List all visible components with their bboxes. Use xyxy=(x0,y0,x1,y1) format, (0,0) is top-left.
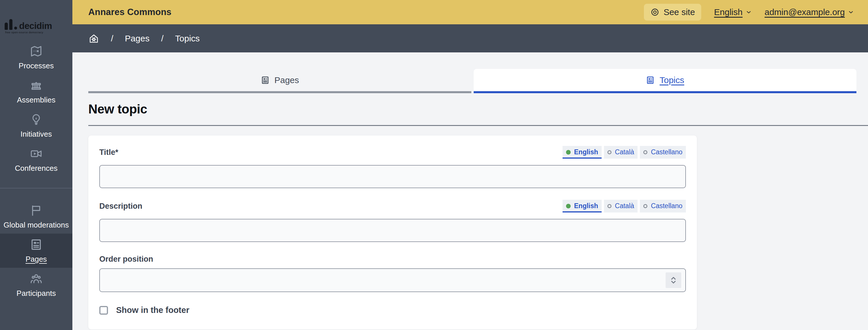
language-option-castellano[interactable]: Castellano xyxy=(640,146,686,159)
language-option-catala[interactable]: Català xyxy=(604,200,638,212)
language-option-label: Castellano xyxy=(651,202,682,210)
tab-pages[interactable]: Pages xyxy=(88,69,471,93)
breadcrumb: / Pages / Topics xyxy=(72,24,868,53)
page-title: New topic xyxy=(88,102,857,117)
lightbulb-bolt-icon xyxy=(30,113,43,126)
radio-selected-icon xyxy=(566,204,571,208)
account-label: admin@example.org xyxy=(765,7,845,17)
home-icon[interactable] xyxy=(88,33,99,44)
sidebar-divider xyxy=(0,188,72,189)
breadcrumb-separator: / xyxy=(161,34,163,43)
logo-bar-icon xyxy=(5,23,8,30)
flag-icon xyxy=(30,204,43,217)
sidebar-item-label: Participants xyxy=(17,289,56,298)
language-option-label: Castellano xyxy=(651,148,682,156)
topbar: Annares Commons See site English admin@e… xyxy=(72,0,868,24)
logo-tagline: free open-source democracy xyxy=(5,31,68,34)
decidim-admin-app: decidim free open-source democracy Proce… xyxy=(0,0,868,330)
breadcrumb-separator: / xyxy=(111,34,113,43)
breadcrumb-link-topics[interactable]: Topics xyxy=(175,34,200,43)
language-option-label: Català xyxy=(615,202,634,210)
video-camera-icon xyxy=(30,147,43,160)
page-icon xyxy=(30,238,43,251)
main-content: Pages Topics New topic Title* xyxy=(72,53,868,330)
radio-selected-icon xyxy=(566,150,571,155)
see-site-label: See site xyxy=(663,7,695,17)
description-input[interactable] xyxy=(99,219,686,242)
show-in-footer-checkbox[interactable] xyxy=(99,306,108,315)
decidim-logo[interactable]: decidim free open-source democracy xyxy=(0,0,72,34)
chevron-down-icon xyxy=(746,9,752,15)
description-field-header: Description English Català Castellano xyxy=(99,200,686,212)
breadcrumb-link-pages[interactable]: Pages xyxy=(125,34,149,43)
sidebar-item-label: Processes xyxy=(19,61,54,70)
sidebar-item-label: Global moderations xyxy=(3,221,69,230)
language-option-castellano[interactable]: Castellano xyxy=(640,200,686,212)
radio-unselected-icon xyxy=(643,150,647,154)
chevron-down-icon xyxy=(848,9,854,15)
language-dropdown[interactable]: English xyxy=(714,7,752,17)
logo-wordmark: decidim xyxy=(19,22,52,30)
title-divider xyxy=(88,125,868,126)
title-language-tabs: English Català Castellano xyxy=(563,146,686,159)
language-option-catala[interactable]: Català xyxy=(604,146,638,159)
logo-bar-icon xyxy=(9,19,12,30)
sidebar: decidim free open-source democracy Proce… xyxy=(0,0,72,330)
sidebar-item-participants[interactable]: Participants xyxy=(0,268,72,302)
title-label: Title* xyxy=(99,148,118,157)
tab-bar: Pages Topics xyxy=(88,69,857,93)
radio-unselected-icon xyxy=(608,204,612,208)
page-icon xyxy=(646,75,655,85)
sidebar-item-processes[interactable]: Processes xyxy=(0,40,72,74)
language-option-label: English xyxy=(574,202,598,210)
sidebar-item-label: Initiatives xyxy=(21,130,52,139)
organization-name: Annares Commons xyxy=(88,7,172,18)
number-stepper[interactable] xyxy=(665,272,681,288)
people-icon xyxy=(30,272,43,286)
title-input[interactable] xyxy=(99,165,686,188)
sidebar-item-label: Assemblies xyxy=(17,96,56,104)
account-dropdown[interactable]: admin@example.org xyxy=(765,7,854,17)
page-icon xyxy=(260,75,270,85)
title-field-header: Title* English Català Castellano xyxy=(99,146,686,159)
language-option-label: Català xyxy=(615,148,634,156)
order-position-label: Order position xyxy=(99,255,686,264)
sidebar-item-conferences[interactable]: Conferences xyxy=(0,143,72,177)
government-building-icon xyxy=(30,79,43,92)
language-label: English xyxy=(714,7,742,17)
description-label: Description xyxy=(99,202,143,211)
new-topic-form: Title* English Català Castellano xyxy=(88,135,697,329)
logo-dot-icon xyxy=(14,27,17,30)
language-option-label: English xyxy=(574,148,598,156)
target-icon xyxy=(650,7,659,17)
map-icon xyxy=(30,44,43,58)
sidebar-item-pages[interactable]: Pages xyxy=(0,234,72,268)
order-position-field xyxy=(99,268,686,292)
language-option-english[interactable]: English xyxy=(563,200,601,212)
sidebar-item-label: Conferences xyxy=(15,164,57,173)
show-in-footer-row: Show in the footer xyxy=(99,305,686,315)
tab-topics[interactable]: Topics xyxy=(474,69,857,93)
order-position-input[interactable] xyxy=(99,268,686,292)
sidebar-item-global-moderations[interactable]: Global moderations xyxy=(0,199,72,234)
tab-label: Topics xyxy=(659,75,684,85)
sidebar-item-assemblies[interactable]: Assemblies xyxy=(0,74,72,108)
radio-unselected-icon xyxy=(643,204,647,208)
show-in-footer-label: Show in the footer xyxy=(116,305,189,315)
language-option-english[interactable]: English xyxy=(563,146,601,159)
sidebar-item-label: Pages xyxy=(26,255,47,264)
sidebar-nav: Processes Assemblies xyxy=(0,40,72,302)
see-site-button[interactable]: See site xyxy=(644,4,701,21)
radio-unselected-icon xyxy=(608,150,612,154)
description-language-tabs: English Català Castellano xyxy=(563,200,686,212)
tab-label: Pages xyxy=(275,75,299,85)
sidebar-item-initiatives[interactable]: Initiatives xyxy=(0,108,72,143)
